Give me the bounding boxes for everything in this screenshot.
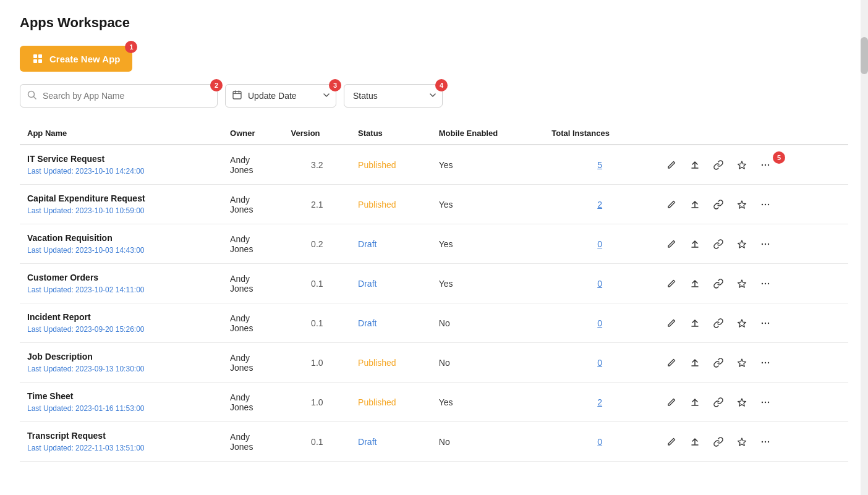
mobile-enabled-cell: Yes	[432, 185, 544, 224]
upload-icon[interactable]	[686, 394, 704, 411]
status-badge: Draft	[358, 239, 377, 249]
svg-point-39	[768, 322, 769, 323]
svg-point-57	[768, 441, 769, 442]
status-badge: Draft	[358, 437, 377, 447]
instances-link[interactable]: 0	[597, 358, 602, 368]
svg-point-20	[765, 203, 766, 205]
upload-icon[interactable]	[686, 156, 704, 174]
more-options-icon[interactable]	[757, 196, 774, 213]
svg-marker-30	[738, 280, 746, 287]
more-options-icon[interactable]: 5	[757, 156, 774, 174]
version-cell: 0.1	[284, 303, 351, 343]
search-badge: 2	[210, 79, 223, 91]
status-cell: Published	[351, 145, 432, 185]
actions-group	[663, 433, 841, 451]
upload-icon[interactable]	[686, 315, 704, 332]
search-input[interactable]	[20, 84, 218, 108]
status-cell: Draft	[351, 264, 432, 303]
link-icon[interactable]	[710, 433, 727, 451]
star-icon[interactable]	[733, 394, 751, 411]
upload-icon[interactable]	[686, 275, 704, 292]
edit-icon[interactable]	[663, 196, 680, 213]
link-icon[interactable]	[710, 275, 727, 292]
svg-marker-18	[738, 201, 746, 208]
svg-point-27	[768, 243, 769, 244]
upload-icon[interactable]	[686, 433, 704, 451]
instances-link[interactable]: 0	[597, 437, 602, 447]
svg-rect-1	[38, 54, 42, 58]
star-icon[interactable]	[733, 433, 751, 451]
instances-link[interactable]: 2	[597, 200, 602, 209]
svg-point-13	[762, 164, 763, 165]
table-row: IT Service Request Last Updated: 2023-10…	[20, 145, 848, 185]
star-icon[interactable]	[733, 156, 751, 174]
link-icon[interactable]	[710, 196, 727, 213]
mobile-enabled-cell: Yes	[432, 224, 544, 264]
more-options-icon[interactable]	[757, 235, 774, 253]
col-app-name: App Name	[20, 122, 223, 145]
star-icon[interactable]	[733, 354, 751, 371]
link-icon[interactable]	[710, 354, 727, 371]
app-name-cell: IT Service Request Last Updated: 2023-10…	[20, 145, 223, 185]
link-icon[interactable]	[710, 156, 727, 174]
owner-cell: AndyJones	[223, 422, 284, 462]
edit-icon[interactable]	[663, 433, 680, 451]
more-options-icon[interactable]	[757, 433, 774, 451]
link-icon[interactable]	[710, 235, 727, 253]
actions-cell	[655, 383, 848, 422]
scrollbar-thumb[interactable]	[861, 37, 868, 74]
upload-icon[interactable]	[686, 196, 704, 213]
edit-icon[interactable]	[663, 394, 680, 411]
instances-link[interactable]: 0	[597, 318, 602, 328]
instances-cell: 0	[544, 343, 655, 383]
actions-group	[663, 196, 841, 213]
star-icon[interactable]	[733, 315, 751, 332]
actions-cell	[655, 422, 848, 462]
actions-group	[663, 275, 841, 292]
instances-link[interactable]: 5	[597, 160, 602, 170]
star-icon[interactable]	[733, 235, 751, 253]
owner-cell: AndyJones	[223, 224, 284, 264]
upload-icon[interactable]	[686, 354, 704, 371]
edit-icon[interactable]	[663, 354, 680, 371]
upload-icon[interactable]	[686, 235, 704, 253]
svg-point-15	[768, 164, 769, 165]
more-options-icon[interactable]	[757, 315, 774, 332]
owner-cell: AndyJones	[223, 145, 284, 185]
link-icon[interactable]	[710, 394, 727, 411]
instances-link[interactable]: 0	[597, 239, 602, 249]
status-cell: Published	[351, 343, 432, 383]
more-options-icon[interactable]	[757, 275, 774, 292]
edit-icon[interactable]	[663, 315, 680, 332]
edit-icon[interactable]	[663, 235, 680, 253]
instances-cell: 2	[544, 383, 655, 422]
instances-cell: 0	[544, 224, 655, 264]
version-cell: 0.2	[284, 224, 351, 264]
create-new-app-button[interactable]: Create New App	[20, 46, 132, 72]
edit-icon[interactable]	[663, 156, 680, 174]
scrollbar-track[interactable]	[861, 0, 868, 495]
col-status: Status	[351, 122, 432, 145]
edit-icon[interactable]	[663, 275, 680, 292]
mobile-enabled-cell: Yes	[432, 264, 544, 303]
status-filter-select[interactable]: Status Published Draft	[344, 84, 443, 108]
version-cell: 0.1	[284, 264, 351, 303]
app-name-cell: Transcript Request Last Updated: 2022-11…	[20, 422, 223, 462]
instances-cell: 0	[544, 303, 655, 343]
more-options-icon[interactable]	[757, 394, 774, 411]
plus-icon	[32, 53, 43, 64]
more-options-icon[interactable]	[757, 354, 774, 371]
app-last-updated: Last Updated: 2023-01-16 11:53:00	[27, 404, 144, 413]
star-icon[interactable]	[733, 196, 751, 213]
star-icon[interactable]	[733, 275, 751, 292]
status-badge: Published	[358, 358, 396, 368]
app-name: Transcript Request	[27, 431, 215, 441]
app-name: Customer Orders	[27, 273, 215, 282]
svg-point-32	[765, 282, 766, 284]
date-filter-select[interactable]: Update Date	[225, 84, 336, 108]
instances-link[interactable]: 0	[597, 279, 602, 289]
instances-link[interactable]: 2	[597, 397, 602, 407]
link-icon[interactable]	[710, 315, 727, 332]
actions-cell: 5	[655, 145, 848, 185]
owner-cell: AndyJones	[223, 264, 284, 303]
